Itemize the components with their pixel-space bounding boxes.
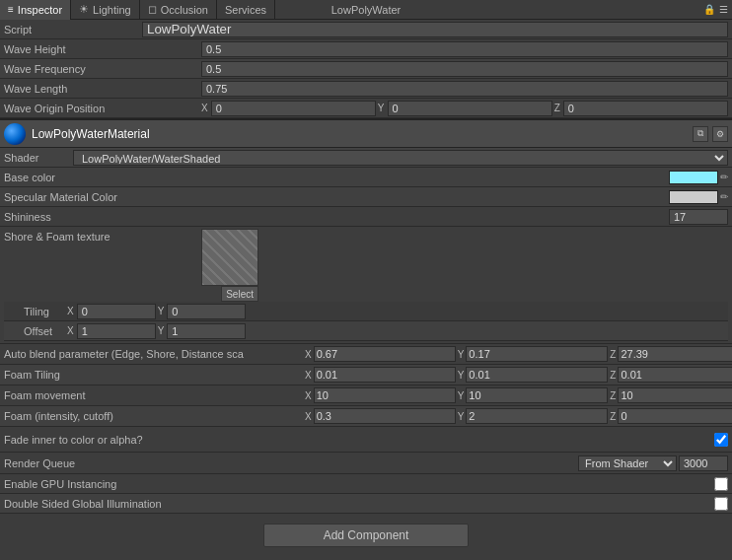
- auto-blend-inputs: X Y Z W: [305, 346, 732, 362]
- tiling-label: Tiling: [8, 306, 67, 317]
- wave-frequency-label: Wave Frequency: [4, 63, 201, 75]
- fade-inner-label: Fade inner to color or alpha?: [4, 434, 714, 446]
- foam-tiling-z-input[interactable]: [618, 367, 732, 383]
- double-sided-row: Double Sided Global Illumination: [0, 494, 732, 514]
- material-copy-icon[interactable]: ⧉: [693, 126, 708, 142]
- double-sided-checkbox[interactable]: [714, 497, 728, 511]
- base-color-swatch[interactable]: [669, 171, 718, 184]
- add-component-section: Add Component: [0, 514, 732, 557]
- foam-movement-inputs: X Y Z W: [305, 387, 732, 403]
- gpu-instancing-checkbox[interactable]: [714, 477, 728, 491]
- foam-movement-x-input[interactable]: [314, 387, 456, 403]
- tiling-x-input[interactable]: [77, 304, 156, 319]
- offset-row: Offset X Y: [4, 321, 728, 341]
- wave-origin-z-key: Z: [554, 103, 560, 113]
- offset-x-input[interactable]: [77, 323, 156, 339]
- material-settings-icon[interactable]: ⚙: [712, 126, 728, 142]
- tab-lighting-label: Lighting: [93, 4, 131, 16]
- tiling-y-input[interactable]: [167, 304, 246, 319]
- auto-blend-label: Auto blend parameter (Edge, Shore, Dista…: [4, 347, 305, 361]
- tiling-x-key: X: [67, 306, 74, 316]
- foam-movement-y-input[interactable]: [466, 387, 608, 403]
- foam-intensity-label: Foam (intensity, cutoff): [4, 409, 305, 423]
- render-queue-input[interactable]: [679, 455, 728, 471]
- tab-bar-right: 🔒 ☰: [703, 4, 732, 15]
- tiling-inputs: X Y: [67, 304, 665, 319]
- script-input[interactable]: [142, 22, 728, 37]
- shader-select[interactable]: LowPolyWater/WaterShaded: [73, 150, 728, 166]
- gpu-instancing-row: Enable GPU Instancing: [0, 474, 732, 494]
- auto-blend-x-key: X: [305, 349, 312, 360]
- offset-inputs: X Y: [67, 323, 665, 339]
- texture-header-row: Shore & Foam texture Select: [4, 229, 728, 302]
- double-sided-label: Double Sided Global Illumination: [4, 498, 714, 510]
- lock-icon[interactable]: 🔒: [703, 4, 715, 15]
- menu-icon[interactable]: ☰: [719, 4, 728, 15]
- tab-inspector-label: Inspector: [18, 4, 62, 16]
- tab-inspector[interactable]: ≡ Inspector: [0, 0, 71, 20]
- shore-foam-label: Shore & Foam texture: [4, 229, 201, 243]
- wave-length-row: Wave Length: [0, 79, 732, 99]
- fade-inner-checkbox[interactable]: [714, 433, 728, 447]
- foam-tiling-y-key: Y: [458, 370, 465, 381]
- wave-origin-y-key: Y: [378, 103, 385, 113]
- specular-color-label: Specular Material Color: [4, 191, 669, 203]
- foam-tiling-y-input[interactable]: [466, 367, 608, 383]
- foam-tiling-label: Foam Tiling: [4, 368, 305, 382]
- wave-origin-x-input[interactable]: [211, 101, 376, 116]
- shininess-row: Shininess: [0, 207, 732, 227]
- auto-blend-row: Auto blend parameter (Edge, Shore, Dista…: [0, 344, 732, 365]
- tab-services[interactable]: Services: [217, 0, 275, 20]
- auto-blend-y-input[interactable]: [466, 346, 608, 362]
- wave-height-row: Wave Height: [0, 39, 732, 59]
- foam-movement-label: Foam movement: [4, 388, 305, 402]
- offset-label: Offset: [8, 325, 67, 337]
- render-queue-select[interactable]: From Shader: [578, 455, 677, 471]
- auto-blend-z-input[interactable]: [618, 346, 732, 362]
- wave-frequency-input[interactable]: [201, 61, 728, 77]
- foam-intensity-z-input[interactable]: [618, 408, 732, 424]
- tab-occlusion[interactable]: ◻ Occlusion: [140, 0, 217, 20]
- foam-intensity-y-input[interactable]: [466, 408, 608, 424]
- wave-height-input[interactable]: [201, 41, 728, 57]
- foam-intensity-y-key: Y: [458, 411, 465, 422]
- wave-origin-z-input[interactable]: [563, 101, 728, 116]
- shore-foam-section: Shore & Foam texture Select Tiling X Y: [0, 227, 732, 344]
- wave-origin-inputs: X Y Z: [201, 101, 728, 116]
- wave-length-label: Wave Length: [4, 83, 201, 95]
- wave-length-input[interactable]: [201, 81, 728, 97]
- auto-blend-x-input[interactable]: [314, 346, 456, 362]
- gpu-instancing-label: Enable GPU Instancing: [4, 478, 714, 490]
- occlusion-icon: ◻: [148, 3, 157, 16]
- offset-y-input[interactable]: [167, 323, 246, 339]
- foam-movement-row: Foam movement X Y Z W: [0, 385, 732, 406]
- tiling-y-key: Y: [158, 306, 165, 316]
- specular-color-edit-icon[interactable]: ✏: [720, 191, 728, 202]
- tab-bar: ≡ Inspector ☀ Lighting ◻ Occlusion Servi…: [0, 0, 732, 20]
- shininess-label: Shininess: [4, 211, 669, 223]
- foam-intensity-x-key: X: [305, 411, 312, 422]
- tiling-row: Tiling X Y: [4, 302, 728, 321]
- header-title: LowPolyWater: [331, 4, 402, 16]
- select-texture-button[interactable]: Select: [221, 286, 258, 302]
- shader-label: Shader: [4, 152, 73, 164]
- script-row: Script: [0, 20, 732, 39]
- foam-movement-z-input[interactable]: [618, 387, 732, 403]
- wave-height-label: Wave Height: [4, 43, 201, 55]
- base-color-edit-icon[interactable]: ✏: [720, 172, 728, 182]
- foam-intensity-x-input[interactable]: [314, 408, 456, 424]
- tab-occlusion-label: Occlusion: [161, 4, 208, 16]
- inspector-icon: ≡: [8, 4, 14, 15]
- foam-movement-x-key: X: [305, 390, 312, 401]
- wave-origin-label: Wave Origin Position: [4, 103, 201, 114]
- foam-movement-z-key: Z: [610, 390, 616, 401]
- specular-color-row: Specular Material Color ✏: [0, 187, 732, 207]
- tab-lighting[interactable]: ☀ Lighting: [71, 0, 140, 20]
- add-component-button[interactable]: Add Component: [263, 524, 470, 547]
- specular-color-swatch[interactable]: [669, 190, 718, 204]
- foam-tiling-x-input[interactable]: [314, 367, 456, 383]
- shininess-input[interactable]: [669, 209, 728, 225]
- inspector-content: Script Wave Height Wave Frequency Wave L…: [0, 20, 732, 560]
- texture-thumbnail[interactable]: [201, 229, 258, 286]
- wave-origin-y-input[interactable]: [388, 101, 552, 116]
